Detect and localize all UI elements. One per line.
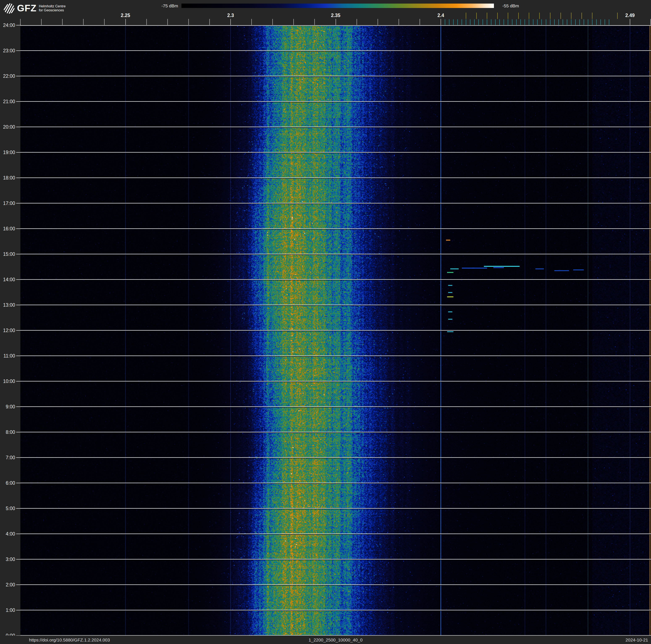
freq-minor-tick <box>209 19 210 25</box>
ble-channel-tick <box>508 19 508 25</box>
plot-title: 1_2200_2500_10000_40_0 <box>309 638 363 643</box>
ble-channel-tick <box>478 19 479 25</box>
time-tick-mark <box>16 101 21 102</box>
ble-channel-tick <box>579 19 580 25</box>
ble-channel-tick <box>558 19 559 25</box>
freq-minor-tick <box>167 19 168 25</box>
time-tick-label: 13:00 <box>0 302 15 308</box>
ble-channel-tick <box>592 19 592 25</box>
frequency-axis: 2.252.32.352.42.49 <box>0 0 651 25</box>
time-tick-mark <box>16 76 21 76</box>
ble-channel-tick <box>503 19 504 25</box>
time-tick-mark <box>16 610 21 610</box>
ble-channel-tick <box>609 19 609 25</box>
freq-major-tick <box>230 19 231 25</box>
time-tick-mark <box>16 127 21 127</box>
time-tick-mark <box>16 254 21 254</box>
ble-channel-tick <box>512 19 513 25</box>
time-tick-label: 23:00 <box>0 48 15 53</box>
wifi-channel-tick <box>550 12 550 19</box>
time-tick-label: 24:00 <box>0 23 15 28</box>
time-tick-label: 1:00 <box>0 608 15 613</box>
wifi-channel-tick <box>476 12 477 19</box>
freq-minor-tick <box>356 19 357 25</box>
wifi-channel-tick <box>487 12 487 19</box>
freq-minor-tick <box>41 19 41 25</box>
freq-major-tick <box>336 19 336 25</box>
ble-channel-tick <box>563 19 563 25</box>
wifi-channel-tick <box>592 12 592 19</box>
ble-channel-tick <box>550 19 550 25</box>
time-tick-mark <box>16 51 21 51</box>
freq-minor-tick <box>314 19 315 25</box>
doi-link[interactable]: https://doi.org/10.5880/GFZ.1.2.2024.003 <box>29 638 110 643</box>
ble-channel-tick <box>554 19 555 25</box>
ble-channel-tick <box>520 19 521 25</box>
freq-tick-label: 2.4 <box>437 12 444 18</box>
ble-channel-tick <box>445 19 445 25</box>
time-tick-mark <box>16 432 21 432</box>
ble-channel-tick <box>487 19 487 25</box>
time-tick-mark <box>16 25 21 25</box>
time-tick-label: 16:00 <box>0 226 15 231</box>
time-tick-mark <box>16 585 21 585</box>
time-tick-label: 9:00 <box>0 404 15 409</box>
time-tick-label: 21:00 <box>0 99 15 104</box>
ble-channel-tick <box>516 19 517 25</box>
time-tick-label: 17:00 <box>0 201 15 206</box>
time-tick-mark <box>16 152 21 153</box>
freq-tick-label: 2.35 <box>331 12 340 18</box>
freq-tick-label: 2.3 <box>227 12 234 18</box>
time-tick-label: 4:00 <box>0 531 15 536</box>
time-tick-label: 3:00 <box>0 557 15 562</box>
ble-channel-tick <box>600 19 601 25</box>
time-tick-mark <box>16 457 21 458</box>
ble-channel-tick <box>525 19 525 25</box>
ble-channel-tick <box>541 19 542 25</box>
time-tick-mark <box>16 330 21 331</box>
time-tick-label: 12:00 <box>0 328 15 333</box>
ble-channel-tick <box>449 19 450 25</box>
freq-major-tick <box>441 19 441 25</box>
ble-channel-tick <box>604 19 605 25</box>
ble-channel-tick <box>596 19 597 25</box>
freq-tick-label: 2.25 <box>121 12 130 18</box>
freq-minor-tick <box>272 19 273 25</box>
time-tick-label: 22:00 <box>0 74 15 79</box>
time-tick-mark <box>16 534 21 534</box>
time-tick-mark <box>16 508 21 509</box>
time-axis: 24:0023:0022:0021:0020:0019:0018:0017:00… <box>0 0 21 644</box>
ble-channel-tick <box>457 19 458 25</box>
wifi-channel-tick <box>539 12 540 19</box>
freq-major-tick <box>125 19 126 25</box>
freq-minor-tick <box>188 19 189 25</box>
ble-channel-tick <box>567 19 567 25</box>
time-tick-mark <box>16 229 21 229</box>
ble-channel-tick <box>571 19 571 25</box>
ble-channel-tick <box>483 19 483 25</box>
wifi-channel-tick <box>582 12 582 19</box>
ble-channel-tick <box>499 19 500 25</box>
date-label: 2024-10-21 <box>626 638 648 643</box>
freq-minor-tick <box>251 19 252 25</box>
wifi-channel-tick <box>466 12 466 19</box>
time-tick-label: 5:00 <box>0 506 15 511</box>
ble-channel-tick <box>529 19 529 25</box>
time-tick-label: 11:00 <box>0 353 15 358</box>
freq-minor-tick <box>83 19 84 25</box>
wifi-channel-tick <box>529 12 529 19</box>
time-tick-label: 18:00 <box>0 175 15 180</box>
freq-minor-tick <box>146 19 147 25</box>
time-tick-label: 6:00 <box>0 480 15 486</box>
time-tick-mark <box>16 559 21 559</box>
footer-bar: https://doi.org/10.5880/GFZ.1.2.2024.003… <box>0 636 651 644</box>
time-tick-mark <box>16 178 21 178</box>
ble-channel-tick <box>466 19 466 25</box>
freq-minor-tick <box>62 19 63 25</box>
ble-channel-tick <box>495 19 496 25</box>
time-tick-label: 14:00 <box>0 277 15 282</box>
ble-channel-tick <box>575 19 576 25</box>
ble-channel-tick <box>491 19 491 25</box>
wifi-channel-tick <box>571 12 571 19</box>
ble-channel-tick <box>453 19 454 25</box>
